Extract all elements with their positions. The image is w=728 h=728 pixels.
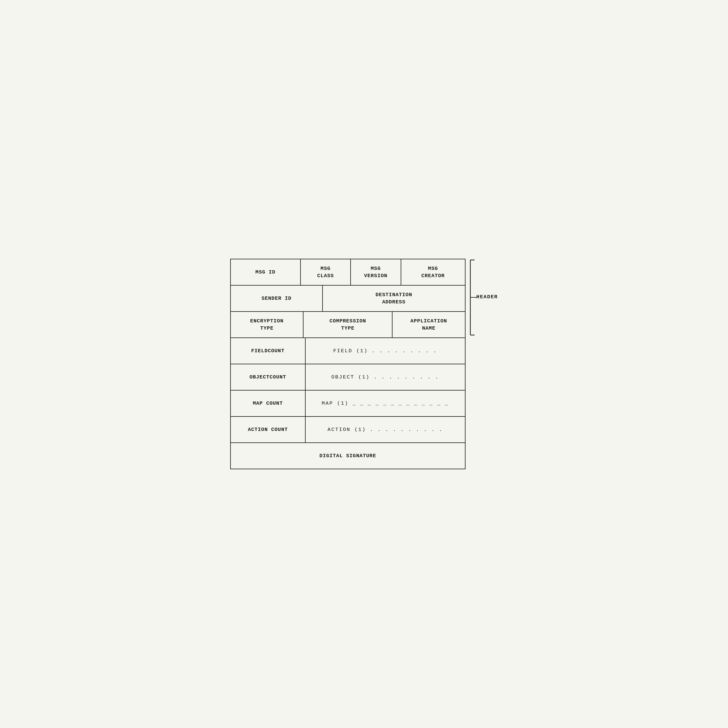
header-bracket-area: HEADER	[468, 259, 498, 300]
cell-fieldcount-label: FIELDCOUNT	[231, 338, 306, 364]
destination-label: DESTINATIONADDRESS	[375, 291, 412, 306]
msg-version-label: MSGVERSION	[364, 265, 388, 280]
compression-type-label: COMPRESSIONTYPE	[330, 318, 366, 332]
cell-msg-creator: MSGCREATOR	[401, 259, 465, 285]
digital-signature-label: DIGITAL SIGNATURE	[319, 452, 376, 460]
message-structure-table: MSG ID MSGCLASS MSGVERSION MSGCREATOR SE…	[230, 259, 466, 469]
cell-msg-version: MSGVERSION	[351, 259, 401, 285]
cell-encryption-type: ENCRYPTIONTYPE	[231, 312, 303, 338]
cell-objectcount-label: OBJECTCOUNT	[231, 364, 306, 390]
mapcount-value: MAP (1) _ _ _ _ _ _ _ _ _ _ _ _ _	[322, 400, 449, 407]
actioncount-value: ACTION (1) . . . . . . . . . .	[327, 426, 443, 433]
row-actioncount: ACTION COUNT ACTION (1) . . . . . . . . …	[231, 417, 465, 443]
header-label: HEADER	[477, 294, 498, 300]
application-name-label: APPLICATIONNAME	[410, 318, 447, 332]
encryption-type-label: ENCRYPTIONTYPE	[250, 318, 284, 332]
sender-id-label: SENDER ID	[262, 295, 291, 302]
msg-creator-label: MSGCREATOR	[421, 265, 445, 280]
row-fieldcount: FIELDCOUNT FIELD (1) . . . . . . . . .	[231, 338, 465, 364]
mapcount-label: MAP COUNT	[253, 400, 283, 407]
row-digital-signature: DIGITAL SIGNATURE	[231, 443, 465, 469]
objectcount-value: OBJECT (1) . . . . . . . . .	[331, 374, 439, 381]
row-mapcount: MAP COUNT MAP (1) _ _ _ _ _ _ _ _ _ _ _ …	[231, 390, 465, 417]
cell-digital-signature: DIGITAL SIGNATURE	[231, 443, 465, 469]
cell-objectcount-value: OBJECT (1) . . . . . . . . .	[306, 364, 465, 390]
cell-compression-type: COMPRESSIONTYPE	[303, 312, 392, 338]
page: MSG ID MSGCLASS MSGVERSION MSGCREATOR SE…	[228, 241, 500, 487]
cell-destination: DESTINATIONADDRESS	[323, 286, 465, 311]
cell-actioncount-label: ACTION COUNT	[231, 417, 306, 442]
objectcount-label: OBJECTCOUNT	[250, 374, 286, 381]
fieldcount-value: FIELD (1) . . . . . . . . .	[333, 347, 437, 355]
actioncount-label: ACTION COUNT	[248, 426, 288, 433]
cell-sender-id: SENDER ID	[231, 286, 323, 311]
cell-mapcount-value: MAP (1) _ _ _ _ _ _ _ _ _ _ _ _ _	[306, 390, 465, 416]
fieldcount-label: FIELDCOUNT	[251, 347, 285, 355]
msg-id-label: MSG ID	[256, 269, 276, 276]
cell-msg-class: MSGCLASS	[301, 259, 351, 285]
row-encryption-compression-app: ENCRYPTIONTYPE COMPRESSIONTYPE APPLICATI…	[231, 312, 465, 338]
msg-class-label: MSGCLASS	[317, 265, 334, 280]
cell-mapcount-label: MAP COUNT	[231, 390, 306, 416]
diagram-wrapper: MSG ID MSGCLASS MSGVERSION MSGCREATOR SE…	[230, 259, 498, 469]
cell-fieldcount-value: FIELD (1) . . . . . . . . .	[306, 338, 465, 364]
cell-msg-id: MSG ID	[231, 259, 301, 285]
row-sender-destination: SENDER ID DESTINATIONADDRESS	[231, 286, 465, 312]
row-objectcount: OBJECTCOUNT OBJECT (1) . . . . . . . . .	[231, 364, 465, 390]
cell-application-name: APPLICATIONNAME	[392, 312, 464, 338]
row-message-ids: MSG ID MSGCLASS MSGVERSION MSGCREATOR	[231, 259, 465, 286]
cell-actioncount-value: ACTION (1) . . . . . . . . . .	[306, 417, 465, 442]
